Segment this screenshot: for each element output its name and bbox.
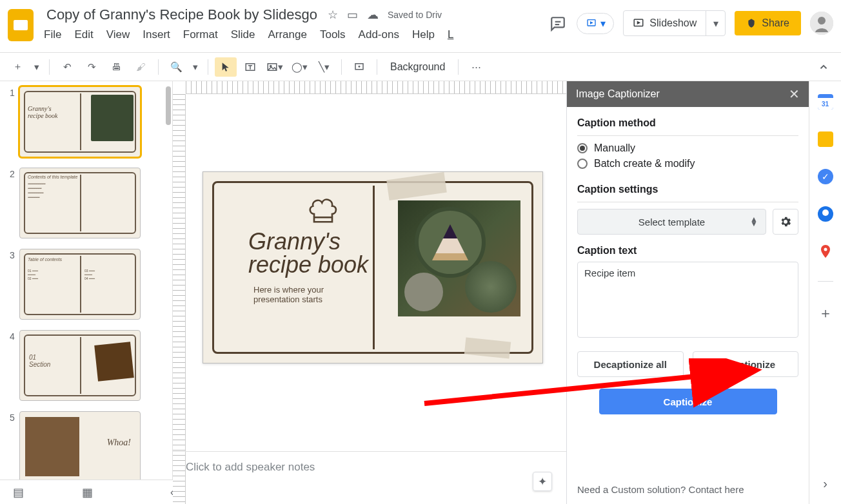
addon-footer-link[interactable]: Need a Custom solution? Contact here <box>567 478 809 504</box>
bottom-bar: ▤ ▦ ‹ <box>0 480 173 504</box>
thumb-number: 3 <box>5 249 19 320</box>
shape-tool[interactable]: ◯▾ <box>288 57 310 77</box>
caption-text-label: Caption text <box>577 245 798 257</box>
menu-view[interactable]: View <box>106 28 130 41</box>
calendar-icon[interactable] <box>818 94 833 110</box>
more-tools[interactable]: ⋯ <box>465 57 487 77</box>
filmstrip-scrollbar[interactable] <box>166 86 171 125</box>
doc-title[interactable]: Copy of Granny's Recipe Book by Slidesgo <box>44 5 320 24</box>
canvas-viewport[interactable]: Granny'srecipe book Here is where your p… <box>173 94 566 451</box>
save-status: Saved to Driv <box>388 10 442 20</box>
background-button[interactable]: Background <box>384 61 451 73</box>
maps-icon[interactable] <box>818 244 833 259</box>
comment-tool[interactable] <box>348 57 370 77</box>
textbox-tool[interactable] <box>239 57 261 77</box>
new-slide-button[interactable]: ＋ <box>6 57 28 77</box>
app-header: Copy of Granny's Recipe Book by Slidesgo… <box>0 0 841 53</box>
radio-icon-checked <box>577 143 588 153</box>
print-button[interactable]: 🖶 <box>105 57 127 77</box>
hide-side-panel-icon[interactable]: › <box>823 476 827 491</box>
present-dropdown[interactable]: ▾ <box>577 13 614 34</box>
caption-settings-label: Caption settings <box>577 184 798 195</box>
slideshow-button[interactable]: Slideshow <box>624 17 706 29</box>
account-avatar[interactable] <box>810 12 833 35</box>
slideshow-label: Slideshow <box>649 17 697 29</box>
slideshow-button-group: Slideshow ▾ <box>623 10 726 36</box>
new-slide-dropdown[interactable]: ▾ <box>31 57 43 77</box>
select-caret-icon: ▲▼ <box>750 217 758 226</box>
slide-image[interactable] <box>398 200 520 316</box>
get-addons-icon[interactable]: ＋ <box>818 304 833 323</box>
close-icon[interactable]: ✕ <box>789 86 800 102</box>
slide-thumbnail-2[interactable]: Contents of this template━━━━━━━━━━━━━━━… <box>19 168 141 238</box>
slide-canvas[interactable]: Granny'srecipe book Here is where your p… <box>203 171 543 363</box>
menu-tools[interactable]: Tools <box>320 28 346 41</box>
radio-manually[interactable]: Manually <box>577 142 798 154</box>
menu-file[interactable]: File <box>44 28 61 41</box>
menu-edit[interactable]: Edit <box>74 28 93 41</box>
decaptionize-button[interactable]: Decaptionize <box>693 351 799 377</box>
contacts-icon[interactable] <box>818 206 833 222</box>
toolbar: ＋ ▾ ↶ ↷ 🖶 🖌 🔍 ▾ ▾ ◯▾ ╲▾ Background ⋯ <box>0 53 841 81</box>
menu-last-edit[interactable]: L <box>448 28 453 41</box>
grid-view-icon[interactable]: ▦ <box>82 485 93 499</box>
thumb-number: 5 <box>5 411 19 480</box>
radio-icon <box>577 159 588 169</box>
main-area: 1 Granny'srecipe book 2 Contents of this… <box>0 81 841 504</box>
slide-thumbnail-3[interactable]: Table of contents 01 ━━━━━━━02 ━━━ 03 ━━… <box>19 249 141 320</box>
speaker-notes[interactable]: Click to add speaker notes ✦ <box>173 451 566 504</box>
radio-batch[interactable]: Batch create & modify <box>577 158 798 170</box>
keep-icon[interactable] <box>818 131 833 147</box>
undo-button[interactable]: ↶ <box>56 57 78 77</box>
line-tool[interactable]: ╲▾ <box>313 57 335 77</box>
zoom-button[interactable]: 🔍 <box>165 57 187 77</box>
slide-thumbnail-1[interactable]: Granny'srecipe book <box>19 86 141 157</box>
slide-title[interactable]: Granny'srecipe book <box>248 230 368 276</box>
zoom-dropdown[interactable]: ▾ <box>190 57 201 77</box>
filmstrip[interactable]: 1 Granny'srecipe book 2 Contents of this… <box>0 81 173 480</box>
svg-point-11 <box>824 248 827 251</box>
image-tool[interactable]: ▾ <box>264 57 286 77</box>
slide-subtitle[interactable]: Here is where your presentation starts <box>253 285 350 304</box>
thumb-number: 4 <box>5 330 19 401</box>
chef-hat-icon <box>305 191 341 228</box>
slide-thumbnail-4[interactable]: 01Section <box>19 330 141 401</box>
svg-point-5 <box>818 17 826 24</box>
slides-logo[interactable] <box>8 9 34 41</box>
speaker-notes-placeholder: Click to add speaker notes <box>186 461 315 473</box>
menu-arrange[interactable]: Arrange <box>268 28 306 41</box>
select-tool[interactable] <box>215 57 237 77</box>
filmstrip-view-icon[interactable]: ▤ <box>13 485 24 499</box>
menu-format[interactable]: Format <box>183 28 218 41</box>
template-select[interactable]: Select template ▲▼ <box>577 209 766 235</box>
canvas-area: Granny'srecipe book Here is where your p… <box>173 81 566 504</box>
hide-menus-button[interactable] <box>813 57 835 77</box>
menu-addons[interactable]: Add-ons <box>359 28 399 41</box>
horizontal-ruler <box>186 81 566 94</box>
addon-header: Image Captionizer ✕ <box>567 81 809 107</box>
star-icon[interactable]: ☆ <box>328 8 338 22</box>
thumb-number: 2 <box>5 168 19 238</box>
paint-format-button[interactable]: 🖌 <box>130 57 152 77</box>
cloud-icon[interactable]: ☁ <box>367 8 379 22</box>
settings-gear-button[interactable] <box>773 209 798 235</box>
thumb-title: Granny'srecipe book <box>28 105 58 119</box>
menu-slide[interactable]: Slide <box>231 28 255 41</box>
redo-button[interactable]: ↷ <box>81 57 103 77</box>
menu-bar: File Edit View Insert Format Slide Arran… <box>44 24 549 41</box>
addon-title: Image Captionizer <box>576 88 660 100</box>
move-icon[interactable]: ▭ <box>347 8 358 22</box>
caption-text-input[interactable]: Recipe item <box>577 262 798 338</box>
menu-help[interactable]: Help <box>412 28 435 41</box>
decaptionize-all-button[interactable]: Decaptionize all <box>577 351 684 377</box>
slide-thumbnail-5[interactable]: Whoa! <box>19 411 141 480</box>
share-button[interactable]: Share <box>735 11 801 35</box>
slideshow-dropdown[interactable]: ▾ <box>706 11 725 35</box>
tasks-icon[interactable] <box>818 169 833 184</box>
explore-button[interactable]: ✦ <box>533 472 552 491</box>
right-side-panel: ＋ › <box>809 81 841 504</box>
captionize-button[interactable]: Captionize <box>599 389 777 414</box>
caption-method-label: Caption method <box>577 117 798 129</box>
comments-icon[interactable] <box>549 15 568 31</box>
menu-insert[interactable]: Insert <box>143 28 170 41</box>
